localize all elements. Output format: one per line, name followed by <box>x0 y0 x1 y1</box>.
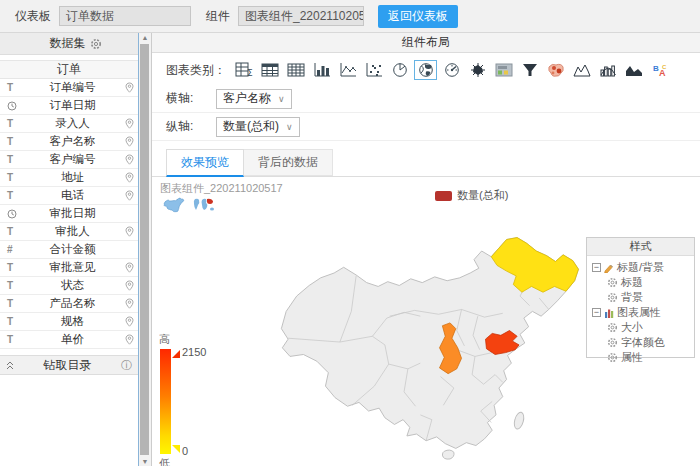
pie-chart-icon[interactable] <box>388 60 411 80</box>
field-row[interactable]: T产品名称 <box>0 295 138 313</box>
dashboard-label: 仪表板 <box>15 8 51 25</box>
field-row[interactable]: #合计金额 <box>0 241 138 259</box>
location-pin-icon[interactable] <box>124 334 134 345</box>
field-row[interactable]: T单价 <box>0 331 138 349</box>
radar-icon[interactable] <box>466 60 489 80</box>
location-pin-icon[interactable] <box>124 154 134 165</box>
china-map-thumbnail[interactable] <box>160 196 186 214</box>
style-tree: − 标题/背景 标题 背景 − 图表属性 <box>587 256 694 365</box>
scatter-chart-icon[interactable] <box>362 60 385 80</box>
location-pin-icon[interactable] <box>124 172 134 183</box>
field-row[interactable]: T电话 <box>0 187 138 205</box>
tree-item-size[interactable]: 大小 <box>607 320 690 335</box>
field-row[interactable]: T客户名称 <box>0 133 138 151</box>
location-pin-icon[interactable] <box>124 136 134 147</box>
location-pin-icon[interactable] <box>124 226 134 237</box>
number-field-icon: # <box>7 244 21 255</box>
text-field-icon: T <box>7 262 21 273</box>
scroll-down-icon[interactable]: ▼ <box>139 458 151 465</box>
text-field-icon: T <box>7 154 21 165</box>
sidebar-scrollbar[interactable]: ▲ ▼ <box>138 33 151 466</box>
text-field-icon: T <box>7 136 21 147</box>
dataset-settings-gear-icon[interactable] <box>90 38 102 50</box>
location-pin-icon[interactable] <box>124 190 134 201</box>
drill-directory-header[interactable]: 钻取目录 ⓘ <box>0 355 138 375</box>
text-field-icon: T <box>7 334 21 345</box>
field-row[interactable]: T状态 <box>0 277 138 295</box>
location-pin-icon[interactable] <box>124 118 134 129</box>
preview-tabs: 效果预览 背后的数据 <box>152 149 700 177</box>
funnel-icon[interactable] <box>518 60 541 80</box>
component-name-input[interactable]: 图表组件_220211020517 <box>238 6 364 26</box>
location-pin-icon[interactable] <box>124 262 134 273</box>
back-to-dashboard-button[interactable]: 返回仪表板 <box>378 5 458 28</box>
gear-icon <box>607 322 618 333</box>
collapse-icon[interactable] <box>6 361 14 370</box>
collapse-expander-icon[interactable]: − <box>592 308 601 317</box>
tree-group-chart-properties[interactable]: − 图表属性 <box>592 305 690 320</box>
text-field-icon: T <box>7 82 21 93</box>
scrollbar-thumb[interactable] <box>140 44 149 455</box>
location-pin-icon[interactable] <box>124 316 134 327</box>
table-icon[interactable] <box>258 60 281 80</box>
scale-gradient-bar[interactable]: 2150 0 <box>160 349 171 454</box>
dataset-header: 数据集 <box>0 33 151 55</box>
field-row[interactable]: T地址 <box>0 169 138 187</box>
word-cloud-icon[interactable]: BAC <box>648 60 671 80</box>
field-row[interactable]: 审批日期 <box>0 205 138 223</box>
text-field-icon: T <box>7 190 21 201</box>
tree-group-title-background[interactable]: − 标题/背景 <box>592 260 690 275</box>
area-filled-icon[interactable] <box>622 60 645 80</box>
text-field-icon: T <box>7 316 21 327</box>
tree-item-font-color[interactable]: 字体颜色 <box>607 335 690 350</box>
area-line-icon[interactable] <box>570 60 593 80</box>
chart-component-title: 图表组件_220211020517 <box>160 181 283 196</box>
field-row[interactable]: T规格 <box>0 313 138 331</box>
data-grid-icon[interactable] <box>284 60 307 80</box>
panel-widget-icon[interactable] <box>492 60 515 80</box>
map-globe-icon[interactable] <box>414 60 437 80</box>
dashboard-name-input[interactable]: 订单数据 <box>59 6 191 26</box>
collapse-expander-icon[interactable]: − <box>592 263 601 272</box>
tree-item-properties[interactable]: 属性 <box>607 350 690 365</box>
y-axis-select[interactable]: 数量(总和) ∨ <box>216 117 300 137</box>
component-label: 组件 <box>206 8 230 25</box>
location-pin-icon[interactable] <box>124 280 134 291</box>
tab-underlying-data[interactable]: 背后的数据 <box>244 149 333 176</box>
dataset-group-header[interactable]: 订单 <box>0 60 138 79</box>
china-map-chart[interactable] <box>244 221 589 465</box>
histogram-arch-icon[interactable] <box>596 60 619 80</box>
heat-map-icon[interactable] <box>544 60 567 80</box>
field-row[interactable]: 订单日期 <box>0 97 138 115</box>
series-legend[interactable]: 数量(总和) <box>435 188 508 203</box>
x-axis-label: 横轴: <box>166 90 210 107</box>
field-row[interactable]: T审批意见 <box>0 259 138 277</box>
text-field-icon: T <box>7 280 21 291</box>
location-pin-icon[interactable] <box>124 298 134 309</box>
scale-min-marker: 0 <box>172 445 188 457</box>
tree-item-background[interactable]: 背景 <box>607 290 690 305</box>
x-axis-select[interactable]: 客户名称 ∨ <box>216 89 292 109</box>
min-triangle-icon <box>172 445 180 453</box>
dataset-header-label: 数据集 <box>50 35 86 52</box>
location-pin-icon[interactable] <box>124 82 134 93</box>
tab-effect-preview[interactable]: 效果预览 <box>166 149 244 177</box>
max-triangle-icon <box>172 350 180 358</box>
gauge-icon[interactable] <box>440 60 463 80</box>
line-chart-icon[interactable] <box>336 60 359 80</box>
y-axis-label: 纵轴: <box>166 118 210 135</box>
world-map-thumbnail[interactable] <box>191 196 217 214</box>
scale-low-label: 低 <box>159 456 229 466</box>
tree-item-title[interactable]: 标题 <box>607 275 690 290</box>
bar-chart-icon[interactable] <box>310 60 333 80</box>
field-row[interactable]: T订单编号 <box>0 79 138 97</box>
scroll-up-icon[interactable]: ▲ <box>139 34 151 41</box>
scale-max-marker: 2150 <box>172 346 206 358</box>
field-row[interactable]: T录入人 <box>0 115 138 133</box>
summary-table-icon[interactable]: Σ <box>232 60 255 80</box>
chevron-down-icon: ∨ <box>278 94 285 104</box>
field-row[interactable]: T审批人 <box>0 223 138 241</box>
info-icon[interactable]: ⓘ <box>121 358 132 373</box>
style-panel-title: 样式 <box>587 238 694 256</box>
field-row[interactable]: T客户编号 <box>0 151 138 169</box>
